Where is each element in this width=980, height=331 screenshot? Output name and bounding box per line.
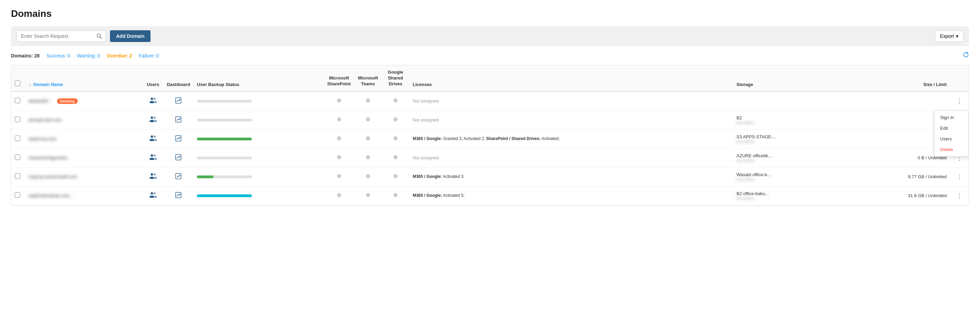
licenses-cell: M365 / Google: Activated 5; <box>409 186 733 205</box>
google-drives-cell <box>382 130 409 148</box>
progress-bar-full <box>197 138 252 141</box>
refresh-button[interactable] <box>963 51 969 59</box>
google-drives-dot <box>393 174 398 178</box>
row-checkbox[interactable] <box>15 155 20 160</box>
stat-success[interactable]: Success: 0 <box>46 53 70 59</box>
size-limit-value: 31.9 GB / Unlimited <box>908 193 947 198</box>
dashboard-cell <box>163 110 194 130</box>
export-label: Export <box>940 34 954 39</box>
google-drives-cell <box>382 91 409 111</box>
svg-point-12 <box>151 136 153 138</box>
context-menu-item-users[interactable]: Users <box>935 133 968 144</box>
storage-name: B2 office-baku... <box>737 191 845 196</box>
row-menu-button[interactable]: ⋮ <box>953 190 965 201</box>
th-storage: Storage <box>733 66 849 91</box>
domain-cell: keyforma.com <box>25 130 143 148</box>
row-menu-button[interactable]: ⋮ <box>953 96 965 106</box>
row-checkbox-cell <box>11 110 25 130</box>
row-checkbox-cell <box>11 148 25 167</box>
page-title: Domains <box>11 8 969 19</box>
th-google-drives: Google Shared Drives <box>382 66 409 91</box>
stat-failure[interactable]: Failure: 0 <box>139 53 159 59</box>
storage-cell: B2 office-baku...blurredtext <box>733 186 849 205</box>
search-button[interactable] <box>93 30 105 42</box>
storage-cell: AZURE officebk...blurredtext <box>733 148 849 167</box>
row-checkbox[interactable] <box>15 136 20 141</box>
dashboard-icon[interactable] <box>175 118 181 123</box>
dashboard-cell <box>163 148 194 167</box>
row-checkbox[interactable] <box>15 98 20 103</box>
table-row: saatchidoutlook.com... <box>11 186 969 205</box>
row-checkbox[interactable] <box>15 117 20 122</box>
domain-cell: msp1at.onmicrosoft.com <box>25 167 143 186</box>
backup-status-cell <box>194 186 324 205</box>
users-icon[interactable] <box>149 136 157 142</box>
users-icon[interactable] <box>149 173 157 180</box>
domain-cell: devtest20... Deleting <box>25 91 143 111</box>
svg-point-9 <box>154 117 156 119</box>
licenses-cell: M365 / Google: Activated 3; <box>409 167 733 186</box>
users-icon[interactable] <box>149 155 157 162</box>
storage-sub: blurredtext <box>737 196 845 200</box>
stat-warning[interactable]: Warning: 0 <box>77 53 100 59</box>
teams-cell <box>354 91 382 111</box>
license-text: M365 / Google: Activated 3; <box>413 174 465 179</box>
dashboard-icon[interactable] <box>175 155 181 162</box>
users-cell <box>143 148 163 167</box>
teams-cell <box>354 186 382 205</box>
select-all-checkbox[interactable] <box>15 80 20 86</box>
users-icon[interactable] <box>149 192 157 199</box>
add-domain-button[interactable]: Add Domain <box>110 30 151 42</box>
size-limit-cell <box>849 91 950 111</box>
svg-point-27 <box>151 192 153 195</box>
row-checkbox[interactable] <box>15 173 20 179</box>
users-icon[interactable] <box>149 98 157 105</box>
context-menu-item-sign-in[interactable]: Sign In <box>935 112 968 123</box>
storage-sub: blurredtext <box>737 120 845 125</box>
progress-bar-empty <box>197 157 252 159</box>
backup-status-cell <box>194 167 324 186</box>
dashboard-icon[interactable] <box>175 137 181 142</box>
table-row: keyforma.com <box>11 130 969 148</box>
dashboard-cell <box>163 186 194 205</box>
google-drives-cell <box>382 148 409 167</box>
svg-point-3 <box>150 101 154 104</box>
th-actions <box>950 66 969 91</box>
sort-domain-label[interactable]: ↓ Domain Name <box>29 82 63 87</box>
search-input[interactable] <box>17 30 93 42</box>
teams-cell <box>354 148 382 167</box>
license-not-assigned: Not assigned <box>413 98 439 104</box>
storage-cell <box>733 91 849 111</box>
th-domain[interactable]: ↓ Domain Name <box>25 66 143 91</box>
table-row: msp1at.onmicrosoft.com <box>11 167 969 186</box>
domain-name: saatchidoutlook.com... <box>29 193 73 198</box>
context-menu-item-edit[interactable]: Edit <box>935 123 968 133</box>
export-button[interactable]: Export ▾ <box>935 30 964 42</box>
th-dashboard: Dashboard <box>163 66 194 91</box>
svg-point-13 <box>150 139 154 141</box>
teams-cell <box>354 110 382 130</box>
users-cell <box>143 130 163 148</box>
dashboard-icon[interactable] <box>175 193 181 199</box>
svg-point-23 <box>150 177 154 179</box>
dashboard-icon[interactable] <box>175 174 181 180</box>
th-size-limit: Size / Limit <box>849 66 950 91</box>
sharepoint-cell <box>324 148 354 167</box>
row-checkbox-cell <box>11 167 25 186</box>
storage-sub: blurredtext <box>737 158 845 162</box>
google-drives-dot <box>393 155 398 159</box>
row-checkbox[interactable] <box>15 192 20 198</box>
progress-bar-teal <box>197 194 252 197</box>
svg-point-2 <box>151 98 153 100</box>
teams-cell <box>354 167 382 186</box>
sharepoint-cell <box>324 110 354 130</box>
licenses-cell: Not assigned <box>409 110 733 130</box>
storage-name: Wasabi office-b... <box>737 172 845 177</box>
stat-overdue[interactable]: Overdue: 2 <box>107 53 132 59</box>
backup-status-cell <box>194 91 324 111</box>
context-menu-item-delete[interactable]: Delete <box>935 144 968 155</box>
th-teams: Microsoft Teams <box>354 66 382 91</box>
users-icon[interactable] <box>149 117 157 123</box>
row-menu-button[interactable]: ⋮ <box>953 172 965 182</box>
dashboard-icon[interactable] <box>175 99 181 105</box>
